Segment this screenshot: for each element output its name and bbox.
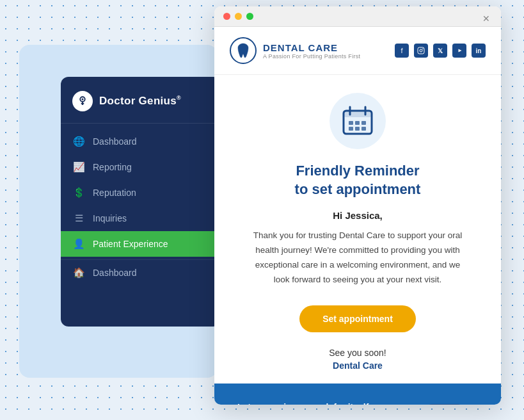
sidebar-header: Doctor Genius® — [61, 77, 221, 124]
sidebar-item-dashboard[interactable]: 🌐 Dashboard — [61, 129, 221, 154]
sidebar-item-dashboard-sub[interactable]: 🏠 Dashboard — [61, 259, 221, 286]
home-icon: 🏠 — [72, 267, 85, 279]
sidebar-navigation: 🌐 Dashboard 📈 Reporting 💲 Reputation ☰ I… — [61, 124, 221, 291]
youtube-icon[interactable] — [452, 44, 466, 58]
svg-rect-16 — [349, 127, 353, 131]
tooth-icon — [230, 37, 257, 64]
email-header: DENTAL CARE A Passion For Putting Patien… — [214, 27, 501, 75]
see-you-text: See you soon! — [329, 348, 386, 358]
sidebar-panel: Doctor Genius® 🌐 Dashboard 📈 Reporting 💲… — [61, 77, 221, 327]
svg-rect-14 — [355, 121, 360, 125]
calendar-icon-container — [329, 93, 386, 149]
svg-rect-13 — [349, 121, 353, 125]
window-titlebar: ✕ — [214, 6, 501, 27]
email-preview-window: ✕ DENTAL CARE A Passion For Putting Pati… — [214, 6, 501, 405]
email-title: Friendly Reminder to set appointment — [295, 162, 421, 198]
reputation-icon: 💲 — [72, 187, 85, 198]
person-icon: 👤 — [72, 238, 85, 250]
svg-rect-15 — [361, 121, 366, 125]
window-close-dot[interactable] — [223, 13, 230, 20]
svg-point-5 — [420, 49, 422, 52]
set-appointment-button[interactable]: Set appointment — [299, 305, 416, 332]
svg-point-6 — [422, 49, 424, 50]
chat-bubbles-icon — [420, 399, 478, 405]
svg-rect-19 — [425, 404, 464, 405]
sidebar-item-inquiries[interactable]: ☰ Inquiries — [61, 206, 221, 231]
instagram-icon[interactable] — [414, 44, 428, 58]
sidebar-item-reputation[interactable]: 💲 Reputation — [61, 180, 221, 206]
svg-point-3 — [82, 99, 84, 101]
list-icon: ☰ — [72, 213, 85, 224]
sidebar-item-label: Reporting — [93, 162, 132, 172]
x-twitter-icon[interactable]: 𝕏 — [433, 44, 447, 58]
sidebar-item-label: Dashboard — [93, 136, 137, 147]
sidebar-item-label: Patient Experience — [93, 239, 168, 249]
chart-icon: 📈 — [72, 161, 85, 173]
facebook-icon[interactable]: f — [395, 44, 409, 58]
email-body-text: Thank you for trusting Dental Care to su… — [249, 229, 466, 287]
svg-rect-18 — [361, 127, 366, 131]
sidebar-item-label: Dashboard — [93, 268, 137, 278]
sidebar-item-label: Inquiries — [93, 213, 127, 223]
sidebar-item-reporting[interactable]: 📈 Reporting — [61, 154, 221, 180]
dental-care-link[interactable]: Dental Care — [333, 360, 383, 371]
window-minimize-dot[interactable] — [235, 13, 242, 20]
brand-name: DENTAL CARE — [263, 42, 360, 53]
social-icons-group: f 𝕏 in — [395, 44, 486, 58]
email-body: Friendly Reminder to set appointment Hi … — [214, 75, 501, 384]
globe-icon: 🌐 — [72, 136, 85, 147]
email-salutation: Hi Jessica, — [333, 210, 383, 221]
email-brand: DENTAL CARE A Passion For Putting Patien… — [230, 37, 360, 64]
brand-tagline: A Passion For Putting Patients First — [263, 53, 360, 60]
svg-rect-10 — [344, 111, 372, 117]
sidebar-logo-icon — [72, 91, 93, 111]
footer-left: Let our reviews speak for itself View Re… — [237, 402, 369, 405]
sidebar-item-label: Reputation — [93, 188, 136, 198]
brand-text: DENTAL CARE A Passion For Putting Patien… — [263, 42, 360, 60]
window-maximize-dot[interactable] — [246, 13, 253, 20]
svg-rect-4 — [418, 47, 424, 54]
sidebar-brand-title: Doctor Genius® — [99, 95, 181, 108]
linkedin-icon[interactable]: in — [472, 44, 486, 58]
sidebar-item-patient-experience[interactable]: 👤 Patient Experience — [61, 231, 221, 257]
window-close-button[interactable]: ✕ — [480, 13, 492, 24]
email-footer: Let our reviews speak for itself View Re… — [214, 384, 501, 405]
footer-text: Let our reviews speak for itself — [237, 402, 369, 405]
svg-rect-17 — [355, 127, 360, 131]
